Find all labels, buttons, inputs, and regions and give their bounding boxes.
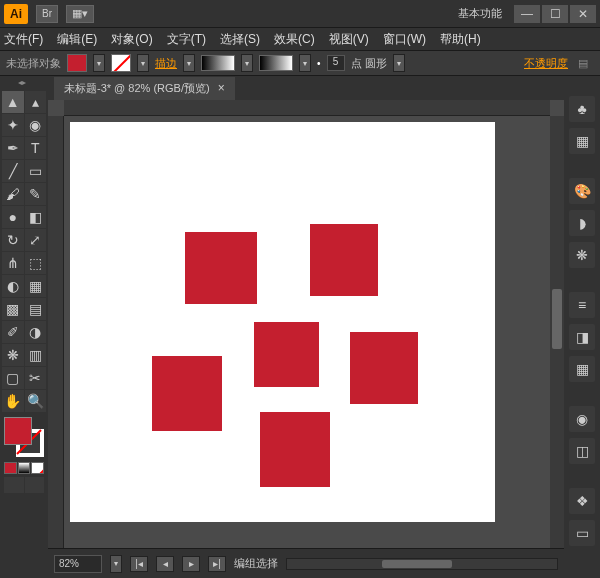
draw-normal[interactable]: [4, 477, 24, 493]
document-tab-close[interactable]: ×: [218, 81, 225, 95]
fill-indicator[interactable]: [4, 417, 32, 445]
hand-tool[interactable]: ✋: [2, 390, 24, 412]
menu-type[interactable]: 文字(T): [167, 31, 206, 48]
mesh-tool[interactable]: ▩: [2, 298, 24, 320]
arrange-documents-button[interactable]: ▦▾: [66, 5, 94, 23]
column-graph-tool[interactable]: ▥: [25, 344, 47, 366]
artboard-tool[interactable]: ▢: [2, 367, 24, 389]
variable-width-profile[interactable]: [259, 55, 293, 71]
menu-edit[interactable]: 编辑(E): [57, 31, 97, 48]
scrollbar-vertical[interactable]: [550, 116, 564, 548]
scale-tool[interactable]: ⤢: [25, 229, 47, 251]
type-tool[interactable]: T: [25, 137, 47, 159]
slice-tool[interactable]: ✂: [25, 367, 47, 389]
direct-selection-tool[interactable]: ▴: [25, 91, 47, 113]
stroke-color-well[interactable]: [111, 54, 131, 72]
paintbrush-tool[interactable]: 🖌: [2, 183, 24, 205]
workspace-switcher[interactable]: 基本功能: [458, 6, 502, 21]
scrollbar-horizontal[interactable]: [286, 558, 558, 570]
toolbox: ◂▸ ▲▴ ✦◉ ✒T ╱▭ 🖌✎ ●◧ ↻⤢ ⋔⬚ ◐▦ ▩▤ ✐◑ ❋▥ ▢…: [0, 76, 48, 578]
appearance-panel-icon[interactable]: ◉: [569, 406, 595, 432]
shape-rectangle[interactable]: [310, 224, 378, 296]
blend-tool[interactable]: ◑: [25, 321, 47, 343]
ruler-horizontal[interactable]: [64, 100, 550, 116]
scrollbar-thumb-h[interactable]: [382, 560, 452, 568]
stroke-label[interactable]: 描边: [155, 56, 177, 71]
menu-object[interactable]: 对象(O): [111, 31, 152, 48]
free-transform-tool[interactable]: ⬚: [25, 252, 47, 274]
fill-dropdown[interactable]: ▾: [93, 54, 105, 72]
control-menu-icon[interactable]: ▤: [578, 57, 594, 70]
document-tab[interactable]: 未标题-3* @ 82% (RGB/预览) ×: [54, 77, 235, 100]
selection-tool[interactable]: ▲: [2, 91, 24, 113]
artboard-prev-first[interactable]: |◂: [130, 556, 148, 572]
opacity-label[interactable]: 不透明度: [524, 56, 568, 71]
menu-select[interactable]: 选择(S): [220, 31, 260, 48]
menu-effect[interactable]: 效果(C): [274, 31, 315, 48]
ruler-vertical[interactable]: [48, 116, 64, 548]
perspective-grid-tool[interactable]: ▦: [25, 275, 47, 297]
width-tool[interactable]: ⋔: [2, 252, 24, 274]
color-guide-panel-icon[interactable]: ▦: [569, 128, 595, 154]
profile-dropdown[interactable]: ▾: [299, 54, 311, 72]
shape-builder-tool[interactable]: ◐: [2, 275, 24, 297]
scrollbar-thumb-v[interactable]: [552, 289, 562, 349]
brush-definition[interactable]: [201, 55, 235, 71]
bridge-button[interactable]: Br: [36, 5, 58, 23]
menu-file[interactable]: 文件(F): [4, 31, 43, 48]
magic-wand-tool[interactable]: ✦: [2, 114, 24, 136]
none-mode[interactable]: [31, 462, 44, 474]
menu-window[interactable]: 窗口(W): [383, 31, 426, 48]
artboard-next[interactable]: ▸: [182, 556, 200, 572]
artboard[interactable]: [70, 122, 495, 522]
shape-rectangle[interactable]: [185, 232, 257, 304]
stroke-weight-dropdown[interactable]: ▾: [183, 54, 195, 72]
pen-tool[interactable]: ✒: [2, 137, 24, 159]
maximize-button[interactable]: ☐: [542, 5, 568, 23]
screen-mode[interactable]: [25, 477, 45, 493]
eraser-tool[interactable]: ◧: [25, 206, 47, 228]
stroke-dropdown[interactable]: ▾: [137, 54, 149, 72]
eyedropper-tool[interactable]: ✐: [2, 321, 24, 343]
gradient-panel-icon[interactable]: ◨: [569, 324, 595, 350]
symbol-sprayer-tool[interactable]: ❋: [2, 344, 24, 366]
gradient-tool[interactable]: ▤: [25, 298, 47, 320]
artboard-prev[interactable]: ◂: [156, 556, 174, 572]
fill-stroke-indicator[interactable]: [4, 417, 44, 457]
symbols-panel-icon[interactable]: ❋: [569, 242, 595, 268]
close-button[interactable]: ✕: [570, 5, 596, 23]
rotate-tool[interactable]: ↻: [2, 229, 24, 251]
transparency-panel-icon[interactable]: ▦: [569, 356, 595, 382]
menu-help[interactable]: 帮助(H): [440, 31, 481, 48]
menu-view[interactable]: 视图(V): [329, 31, 369, 48]
shape-rectangle[interactable]: [260, 412, 330, 487]
lasso-tool[interactable]: ◉: [25, 114, 47, 136]
shape-rectangle[interactable]: [350, 332, 418, 404]
rectangle-tool[interactable]: ▭: [25, 160, 47, 182]
artboard-next-last[interactable]: ▸|: [208, 556, 226, 572]
toolbox-collapse-icon[interactable]: ◂▸: [18, 78, 30, 90]
brushes-panel-icon[interactable]: ◗: [569, 210, 595, 236]
profile-menu[interactable]: ▾: [393, 54, 405, 72]
shape-rectangle[interactable]: [152, 356, 222, 431]
zoom-dropdown[interactable]: ▾: [110, 555, 122, 573]
canvas-viewport[interactable]: 82% ▾ |◂ ◂ ▸ ▸| 编组选择: [48, 100, 564, 578]
stroke-panel-icon[interactable]: ≡: [569, 292, 595, 318]
blob-brush-tool[interactable]: ●: [2, 206, 24, 228]
brush-dropdown[interactable]: ▾: [241, 54, 253, 72]
color-panel-icon[interactable]: ♣: [569, 96, 595, 122]
color-mode[interactable]: [4, 462, 17, 474]
swatches-panel-icon[interactable]: 🎨: [569, 178, 595, 204]
pencil-tool[interactable]: ✎: [25, 183, 47, 205]
gradient-mode[interactable]: [18, 462, 31, 474]
layers-panel-icon[interactable]: ❖: [569, 488, 595, 514]
line-tool[interactable]: ╱: [2, 160, 24, 182]
graphic-styles-panel-icon[interactable]: ◫: [569, 438, 595, 464]
artboards-panel-icon[interactable]: ▭: [569, 520, 595, 546]
zoom-tool[interactable]: 🔍: [25, 390, 47, 412]
stroke-weight-input[interactable]: 5: [327, 55, 345, 71]
zoom-level-input[interactable]: 82%: [54, 555, 102, 573]
minimize-button[interactable]: —: [514, 5, 540, 23]
fill-color-well[interactable]: [67, 54, 87, 72]
shape-rectangle[interactable]: [254, 322, 319, 387]
